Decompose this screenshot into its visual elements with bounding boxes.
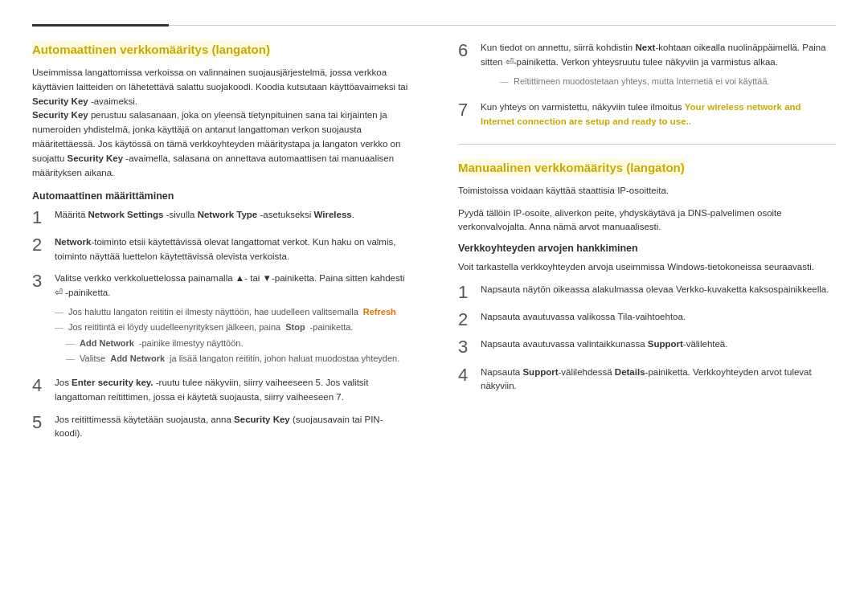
right-intro-1: Toimistoissa voidaan käyttää staattisia … xyxy=(458,184,836,198)
top-rule xyxy=(32,24,836,27)
right-step2-3: 3 Napsauta avautuvassa valintaikkunassa … xyxy=(458,337,836,357)
sub-bullet-addnetwork1: Add Network -painike ilmestyy näyttöön. xyxy=(55,337,410,350)
right-step2-4: 4 Napsauta Support-välilehdessä Details-… xyxy=(458,366,836,394)
step-num-3: 3 xyxy=(32,272,48,291)
step-3-content: Valitse verkko verkkoluettelossa painama… xyxy=(55,272,410,368)
right-step2-1: 1 Napsauta näytön oikeassa alakulmassa o… xyxy=(458,283,836,302)
left-section-title: Automaattinen verkkomääritys (langaton) xyxy=(32,41,270,58)
sub-bullet-stop: Jos reititintä ei löydy uudelleenyrityks… xyxy=(55,321,410,334)
security-key-ref3: Security Key xyxy=(67,153,123,163)
right-subsection-title: Verkkoyhteyden arvojen hankkiminen xyxy=(458,243,836,254)
main-content: Automaattinen verkkomääritys (langaton) … xyxy=(32,41,836,449)
right-section-title: Manuaalinen verkkomääritys (langaton) xyxy=(458,159,685,176)
right-intro-3: Voit tarkastella verkkoyhteyden arvoja u… xyxy=(458,260,836,275)
step-2-content: Network-toiminto etsii käytettävissä ole… xyxy=(55,235,410,264)
step-num-4: 4 xyxy=(32,376,48,395)
step-7-content: Kun yhteys on varmistettu, näkyviin tule… xyxy=(481,100,836,129)
right-column: 6 Kun tiedot on annettu, siirrä kohdisti… xyxy=(450,41,836,449)
step2-2-content: Napsauta avautuvassa valikossa Tila-vaih… xyxy=(481,310,836,325)
left-step-3: 3 Valitse verkko verkkoluettelossa paina… xyxy=(32,272,410,368)
step-4-content: Jos Enter security key. -ruutu tulee näk… xyxy=(55,376,410,405)
step2-num-2: 2 xyxy=(458,310,474,329)
step-num-6: 6 xyxy=(458,41,474,60)
left-step-4: 4 Jos Enter security key. -ruutu tulee n… xyxy=(32,376,410,405)
left-step-2: 2 Network-toiminto etsii käytettävissä o… xyxy=(32,235,410,264)
step2-1-content: Napsauta näytön oikeassa alakulmassa ole… xyxy=(481,283,836,297)
success-message: Your wireless network and Internet conne… xyxy=(481,102,801,126)
left-column: Automaattinen verkkomääritys (langaton) … xyxy=(32,41,418,449)
left-step-5: 5 Jos reitittimessä käytetään suojausta,… xyxy=(32,413,410,442)
section-divider xyxy=(458,144,836,145)
sub-bullet-addnetwork2: Valitse Add Network ja lisää langaton re… xyxy=(55,352,410,366)
step-num-1: 1 xyxy=(32,208,48,227)
thick-rule xyxy=(32,24,169,27)
right-steps2-list: 1 Napsauta näytön oikeassa alakulmassa o… xyxy=(458,283,836,394)
step-num-5: 5 xyxy=(32,413,48,432)
step-5-content: Jos reitittimessä käytetään suojausta, a… xyxy=(55,413,410,442)
left-intro-paragraph: Useimmissa langattomissa verkoissa on va… xyxy=(32,66,410,181)
step2-3-content: Napsauta avautuvassa valintaikkunassa Su… xyxy=(481,337,836,352)
step-6-content: Kun tiedot on annettu, siirrä kohdistin … xyxy=(481,41,836,92)
left-steps-list: 1 Määritä Network Settings -sivulla Netw… xyxy=(32,208,410,442)
left-step-1: 1 Määritä Network Settings -sivulla Netw… xyxy=(32,208,410,227)
right-steps-list: 6 Kun tiedot on annettu, siirrä kohdisti… xyxy=(458,41,836,129)
security-key-ref2: Security Key xyxy=(32,110,88,120)
left-subsection-title: Automaattinen määrittäminen xyxy=(32,190,410,202)
right-step-7: 7 Kun yhteys on varmistettu, näkyviin tu… xyxy=(458,100,836,129)
step2-num-4: 4 xyxy=(458,366,474,385)
right-step2-2: 2 Napsauta avautuvassa valikossa Tila-va… xyxy=(458,310,836,329)
step-1-content: Määritä Network Settings -sivulla Networ… xyxy=(55,208,410,223)
step2-num-1: 1 xyxy=(458,283,474,302)
step-3-subbullets: Jos haluttu langaton reititin ei ilmesty… xyxy=(55,305,410,366)
step-num-7: 7 xyxy=(458,100,474,120)
step2-num-3: 3 xyxy=(458,337,474,357)
step-num-2: 2 xyxy=(32,235,48,255)
step2-4-content: Napsauta Support-välilehdessä Details-pa… xyxy=(481,366,836,394)
step-6-note: Reitittimeen muodostetaan yhteys, mutta … xyxy=(500,75,836,88)
security-key-ref1: Security Key xyxy=(32,96,88,106)
right-intro-2: Pyydä tällöin IP-osoite, aliverkon peite… xyxy=(458,206,836,235)
sub-bullet-refresh: Jos haluttu langaton reititin ei ilmesty… xyxy=(55,305,410,319)
thin-rule xyxy=(169,25,836,26)
right-step-6: 6 Kun tiedot on annettu, siirrä kohdisti… xyxy=(458,41,836,92)
